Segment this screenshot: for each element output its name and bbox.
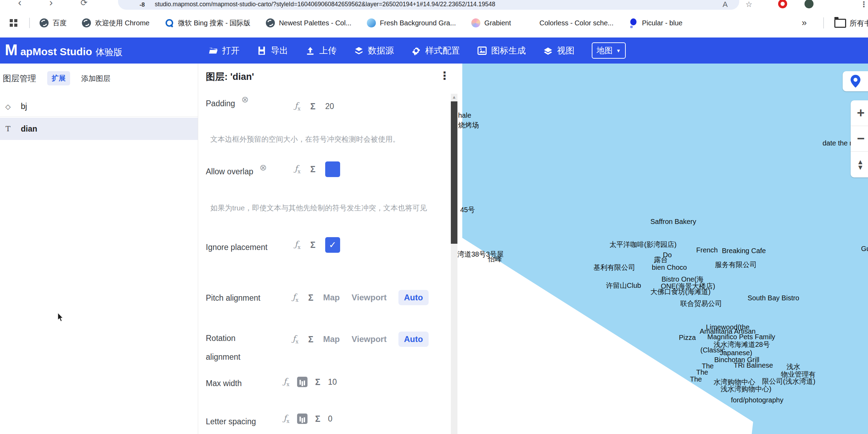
menu-view-label: 视图 — [557, 45, 574, 56]
url-text[interactable]: studio.mapmost.com/mapmost-studio-carto/… — [155, 1, 495, 8]
layer-sidebar: 图层管理 扩展 添加图层 ◇ bj T dian — [0, 64, 198, 434]
browser-menu-icon[interactable]: ⋮ — [860, 0, 868, 9]
chevron-down-icon: ▼ — [616, 48, 621, 53]
pitch-option-map[interactable]: Map — [323, 293, 340, 302]
zoom-function-icon[interactable]: Σ — [315, 414, 320, 424]
rotation-option-map[interactable]: Map — [323, 334, 340, 344]
text-layer-icon: T — [4, 125, 12, 133]
circle-gradient-icon — [471, 18, 480, 27]
max-width-value[interactable]: 10 — [328, 377, 337, 387]
extension-badge[interactable]: 扩展 — [47, 71, 70, 85]
layer-item-dian[interactable]: T dian — [0, 118, 198, 140]
max-width-row: Max width — [206, 379, 242, 388]
expression-icon[interactable]: ƒx — [295, 164, 301, 175]
translate-icon[interactable]: A — [723, 0, 728, 9]
layer-item-bj[interactable]: ◇ bj — [0, 97, 198, 117]
ignore-placement-checkbox[interactable]: ✓ — [325, 237, 340, 253]
map-label: South Bay Bistro — [748, 294, 799, 302]
reload-icon[interactable]: ⟳ — [81, 0, 87, 8]
expression-icon[interactable]: ƒx — [293, 334, 298, 345]
globe-dark-icon — [40, 18, 49, 27]
tilt-button[interactable]: ▲▼ — [851, 152, 868, 177]
interpolate-icon[interactable] — [297, 414, 307, 424]
expression-icon[interactable]: ƒx — [293, 292, 298, 303]
browser-profile-avatar[interactable] — [804, 0, 814, 8]
map-label: bien Choco — [652, 264, 687, 272]
bookmark-label: 百度 — [53, 18, 67, 28]
interpolate-icon[interactable] — [297, 377, 307, 387]
scrollbar-thumb[interactable] — [451, 101, 457, 244]
rotation-alignment-row2: alignment — [206, 352, 241, 362]
bookmark-item-3[interactable]: Newest Palettes - Col... — [266, 18, 352, 27]
menu-icon-generate[interactable]: 图标生成 — [477, 45, 526, 56]
menu-style-config[interactable]: 样式配置 — [411, 45, 460, 56]
padding-value[interactable]: 20 — [325, 102, 334, 111]
rotation-alignment-label2: alignment — [206, 352, 241, 362]
pitch-alignment-controls: ƒx Σ Map Viewport Auto — [293, 290, 429, 305]
zoom-in-button[interactable]: + — [851, 100, 868, 126]
zoom-function-icon[interactable]: Σ — [308, 293, 313, 303]
pitch-option-viewport[interactable]: Viewport — [352, 293, 387, 302]
panel-menu-icon[interactable]: ⋮ — [439, 69, 450, 82]
address-bar[interactable]: -8 studio.mapmost.com/mapmost-studio-car… — [118, 0, 739, 10]
expression-icon[interactable]: ƒx — [295, 240, 301, 250]
reset-icon[interactable]: ⊗ — [260, 163, 267, 172]
map-label: Guard — [861, 245, 868, 253]
bookmark-item-4[interactable]: Fresh Background Gra... — [367, 18, 456, 27]
bookmark-item-5[interactable]: Grabient — [471, 18, 511, 27]
menu-view[interactable]: 视图 — [543, 45, 574, 56]
location-pin-icon — [850, 74, 861, 88]
site-settings-icon[interactable]: -8 — [140, 1, 149, 7]
bookmark-item-6[interactable]: Colorless - Color sche... — [526, 18, 613, 27]
map-label: 露台 — [654, 255, 668, 265]
pitch-option-auto[interactable]: Auto — [398, 290, 429, 305]
bookmarks-list: 百度欢迎使用 Chrome微软 Bing 搜索 - 国际版Newest Pale… — [40, 18, 682, 28]
apps-grid-icon[interactable] — [10, 19, 17, 27]
map-type-dropdown[interactable]: 地图 ▼ — [592, 42, 626, 59]
zoom-function-icon[interactable]: Σ — [310, 101, 315, 111]
padding-label: Padding — [206, 99, 235, 108]
expression-icon[interactable]: ƒx — [284, 414, 289, 424]
menu-upload[interactable]: 上传 — [305, 45, 337, 56]
panel-scrollbar[interactable]: ▲ — [451, 94, 457, 434]
allow-overlap-toggle[interactable] — [325, 161, 340, 177]
zoom-function-icon[interactable]: Σ — [315, 377, 320, 387]
menu-export[interactable]: 导出 — [257, 45, 288, 56]
bookmarks-overflow-chevron[interactable]: » — [802, 17, 807, 28]
map-canvas[interactable]: hale烧烤场date the right45号Guard湾道38号3号屋怡峰S… — [457, 64, 868, 434]
locate-button[interactable] — [843, 71, 868, 91]
rotation-option-auto[interactable]: Auto — [398, 332, 429, 347]
expression-icon[interactable]: ƒx — [295, 101, 301, 112]
back-icon[interactable]: ‹ — [18, 0, 22, 8]
reset-icon[interactable]: ⊗ — [241, 95, 248, 104]
menu-datasource[interactable]: 数据源 — [354, 45, 394, 56]
expression-icon[interactable]: ƒx — [284, 377, 289, 387]
extension-icon[interactable] — [778, 0, 787, 8]
bookmark-item-2[interactable]: 微软 Bing 搜索 - 国际版 — [165, 18, 251, 28]
zoom-function-icon[interactable]: Σ — [310, 164, 315, 174]
bookmark-item-0[interactable]: 百度 — [40, 18, 67, 28]
add-layer-button[interactable]: 添加图层 — [81, 74, 110, 83]
all-bookmarks-folder-icon[interactable] — [834, 19, 846, 28]
letter-spacing-value[interactable]: 0 — [328, 414, 332, 424]
map-label: The — [690, 375, 702, 383]
menu-open[interactable]: 打开 — [208, 45, 239, 56]
map-label: hale — [458, 111, 471, 119]
bookmark-item-7[interactable]: Picular - blue — [629, 18, 683, 27]
map-label: 太平洋咖啡(影湾园店) — [609, 240, 676, 249]
zoom-function-icon[interactable]: Σ — [310, 240, 315, 250]
zoom-out-button[interactable]: − — [851, 126, 868, 152]
bookmark-star-icon[interactable]: ☆ — [745, 0, 752, 9]
map-label: Saffron Bakery — [650, 218, 696, 226]
rotation-option-viewport[interactable]: Viewport — [352, 334, 387, 344]
allow-overlap-row: Allow overlap ⊗ — [206, 167, 267, 176]
logo-text: apMost Studio — [20, 46, 92, 58]
header-menu: 打开 导出 上传 数据源 样式配置 图标生成 — [208, 37, 626, 64]
all-bookmarks-label[interactable]: 所有书签 — [850, 18, 868, 28]
map-type-label: 地图 — [597, 45, 613, 56]
bookmark-item-1[interactable]: 欢迎使用 Chrome — [82, 18, 150, 28]
scroll-up-icon[interactable]: ▲ — [451, 94, 457, 100]
max-width-controls: ƒx Σ 10 — [284, 377, 337, 387]
forward-icon[interactable]: › — [49, 0, 53, 8]
zoom-function-icon[interactable]: Σ — [308, 334, 313, 344]
